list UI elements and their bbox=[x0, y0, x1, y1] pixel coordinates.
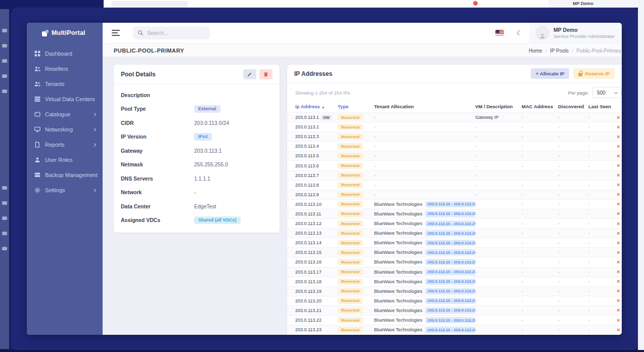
breadcrumb-ip-pools[interactable]: IP Pools bbox=[550, 48, 569, 54]
search-input[interactable] bbox=[147, 30, 203, 36]
allocate-ip-button[interactable]: + Allocate IP bbox=[531, 68, 569, 79]
release-ip-button[interactable]: × bbox=[617, 298, 622, 303]
sidebar-item-virtual-data-centers[interactable]: Virtual Data Centers bbox=[27, 92, 103, 107]
release-ip-button[interactable]: × bbox=[617, 259, 622, 265]
ip-range-badge: 203.0.113.10 - 203.0.113.25 bbox=[425, 230, 475, 236]
tenant-allocation-cell: BlueWave Technologies203.0.113.10 - 203.… bbox=[374, 307, 475, 314]
tenant-allocation-cell: - bbox=[374, 192, 475, 197]
column-header-type[interactable]: Type bbox=[338, 104, 374, 109]
table-cell: - bbox=[522, 327, 558, 332]
table-row: 203.0.113.16ReservedBlueWave Technologie… bbox=[287, 257, 622, 267]
release-ip-button[interactable]: × bbox=[617, 182, 622, 188]
column-header-last-seen[interactable]: Last Seen bbox=[588, 104, 617, 109]
pool-detail-row: Network- bbox=[121, 186, 272, 200]
pool-detail-row: DNS Servers1.1.1.1 bbox=[121, 171, 272, 186]
column-header-ip-address[interactable]: Ip Address▲ bbox=[295, 104, 338, 109]
type-cell: Reserved bbox=[338, 114, 374, 120]
dark-mode-moon-icon[interactable]: ☾ bbox=[512, 29, 527, 37]
per-page-label: Per page: bbox=[568, 90, 589, 96]
table-cell: - bbox=[475, 318, 522, 323]
table-cell: - bbox=[558, 183, 588, 188]
ip-addresses-card: IP Addresses + Allocate IP Reserve IP Sh… bbox=[287, 65, 622, 335]
pool-detail-badge: External bbox=[194, 105, 220, 113]
sidebar-item-reports[interactable]: Reports bbox=[27, 137, 103, 152]
per-page-select[interactable]: 500 bbox=[592, 87, 622, 98]
user-menu[interactable]: MP Demo Service Provider Administrator bbox=[529, 23, 622, 43]
ip-address-cell: 203.0.113.22 bbox=[295, 318, 338, 323]
release-ip-button[interactable]: × bbox=[617, 269, 622, 275]
sidebar-item-catalogue[interactable]: Catalogue bbox=[27, 107, 103, 122]
pool-details-card: Pool Details DescriptionPool TypeExterna… bbox=[114, 65, 280, 233]
release-ip-button[interactable]: × bbox=[617, 279, 622, 284]
sidebar-item-user-roles[interactable]: User Roles bbox=[27, 152, 103, 167]
search-box[interactable] bbox=[133, 26, 210, 39]
delete-pool-button[interactable] bbox=[259, 69, 272, 79]
release-ip-button[interactable]: × bbox=[617, 163, 622, 168]
tenant-allocation-cell: - bbox=[374, 173, 475, 178]
column-header-discovered[interactable]: Discovered bbox=[558, 104, 588, 109]
release-ip-button[interactable]: × bbox=[617, 240, 622, 246]
column-header-vm-description[interactable]: VM / Description bbox=[475, 104, 522, 109]
column-header-tenant-allocation[interactable]: Tenant Allocation bbox=[374, 104, 475, 109]
table-cell: - bbox=[475, 144, 522, 149]
tenant-allocation-cell: - bbox=[374, 183, 475, 188]
chevron-right-icon bbox=[93, 143, 96, 146]
pool-detail-row: Assigned VDCsShared (all VDCs) bbox=[121, 213, 272, 228]
type-cell: Reserved bbox=[338, 221, 374, 227]
reserved-badge: Reserved bbox=[338, 288, 363, 294]
table-row: 203.0.113.3Reserved-----× bbox=[287, 131, 622, 141]
app-window: MultiPortal DashboardResellersTenantsVir… bbox=[27, 23, 622, 335]
table-cell: - bbox=[522, 173, 558, 178]
type-cell: Reserved bbox=[338, 172, 374, 179]
app-logo[interactable]: MultiPortal bbox=[27, 23, 103, 36]
sidebar-item-resellers[interactable]: Resellers bbox=[27, 61, 103, 76]
table-cell: - bbox=[588, 124, 617, 129]
release-ip-button[interactable]: × bbox=[617, 115, 622, 120]
release-ip-button[interactable]: × bbox=[617, 288, 622, 294]
release-ip-button[interactable]: × bbox=[617, 134, 622, 140]
release-ip-button[interactable]: × bbox=[617, 153, 622, 159]
release-ip-button[interactable]: × bbox=[617, 201, 622, 207]
table-row: 203.0.113.1GWReserved-Gateway IP---× bbox=[287, 112, 622, 122]
type-cell: Reserved bbox=[338, 288, 374, 294]
language-flag-icon[interactable] bbox=[495, 30, 504, 36]
breadcrumb-home[interactable]: Home bbox=[529, 48, 542, 54]
release-ip-button[interactable]: × bbox=[617, 221, 622, 227]
table-cell: - bbox=[558, 308, 588, 313]
settings-icon bbox=[34, 187, 40, 193]
column-header-mac-address[interactable]: MAC Address bbox=[522, 104, 558, 109]
tenant-allocation-cell: - bbox=[374, 153, 475, 158]
table-cell: - bbox=[522, 192, 558, 197]
sidebar-item-networking[interactable]: Networking bbox=[27, 122, 103, 137]
table-cell: - bbox=[522, 250, 558, 255]
reserved-badge: Reserved bbox=[338, 317, 363, 323]
avatar bbox=[535, 26, 549, 40]
sidebar-item-tenants[interactable]: Tenants bbox=[27, 76, 103, 92]
pool-detail-label: Netmask bbox=[121, 161, 194, 167]
tenant-allocation-cell: BlueWave Technologies203.0.113.10 - 203.… bbox=[374, 230, 475, 236]
sidebar-item-dashboard[interactable]: Dashboard bbox=[27, 46, 103, 61]
type-cell: Reserved bbox=[338, 134, 374, 140]
release-ip-button[interactable]: × bbox=[617, 144, 622, 149]
release-ip-button[interactable]: × bbox=[617, 307, 622, 313]
edit-pool-button[interactable] bbox=[243, 69, 256, 79]
table-cell: - bbox=[588, 289, 617, 294]
release-ip-button[interactable]: × bbox=[617, 172, 622, 178]
table-cell: - bbox=[522, 308, 558, 313]
release-ip-button[interactable]: × bbox=[617, 124, 622, 130]
sidebar-item-backup-management[interactable]: Backup Management bbox=[27, 167, 103, 183]
menu-toggle-icon[interactable] bbox=[112, 29, 120, 37]
release-ip-button[interactable]: × bbox=[617, 318, 622, 323]
table-row: 203.0.113.9Reserved-----× bbox=[287, 190, 622, 199]
release-ip-button[interactable]: × bbox=[617, 211, 622, 216]
release-ip-button[interactable]: × bbox=[617, 192, 622, 197]
background-notification-dot bbox=[473, 1, 478, 6]
release-ip-button[interactable]: × bbox=[617, 327, 622, 333]
release-ip-button[interactable]: × bbox=[617, 231, 622, 236]
background-sidebar-icon bbox=[2, 201, 7, 205]
reserve-ip-button[interactable]: Reserve IP bbox=[573, 68, 615, 79]
reserved-badge: Reserved bbox=[338, 134, 363, 140]
release-ip-button[interactable]: × bbox=[617, 250, 622, 255]
sidebar-item-settings[interactable]: Settings bbox=[27, 183, 103, 198]
ip-range-badge: 203.0.113.10 - 203.0.113.25 bbox=[425, 307, 475, 314]
